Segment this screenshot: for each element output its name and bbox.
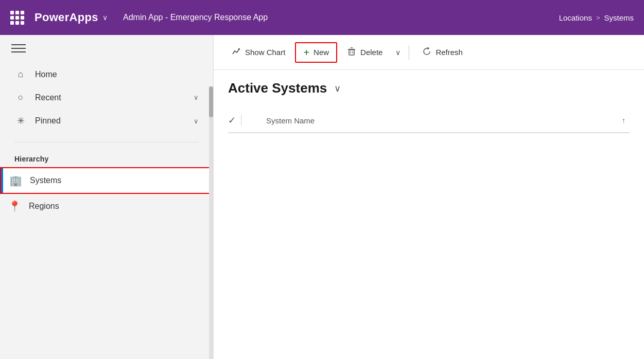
sidebar-item-regions[interactable]: 📍 Regions [0,194,213,219]
refresh-icon [422,47,431,58]
show-chart-icon [232,47,241,58]
sidebar: ⌂ Home ○ Recent ∨ ✳ Pinned ∨ Hierarchy 🏢… [0,35,214,359]
regions-icon: 📍 [7,200,22,212]
top-bar: PowerApps ∨ Admin App - Emergency Respon… [0,0,644,35]
toolbar-separator [409,45,409,60]
breadcrumb: Locations > Systems [559,13,634,22]
waffle-icon[interactable] [10,11,24,25]
hamburger-menu[interactable] [11,44,26,52]
table-header: ✓ System Name ↑ [228,109,630,133]
delete-icon [347,47,356,58]
sort-icon[interactable]: ↑ [622,116,625,124]
sidebar-item-pinned[interactable]: ✳ Pinned ∨ [0,109,213,133]
refresh-button[interactable]: Refresh [414,42,471,63]
delete-button[interactable]: Delete [339,42,390,63]
pinned-chevron: ∨ [194,117,199,125]
logo-chevron[interactable]: ∨ [102,13,108,22]
pinned-icon: ✳ [14,115,27,127]
new-label: New [314,48,329,57]
refresh-label: Refresh [436,48,463,57]
show-chart-label: Show Chart [245,48,285,57]
new-button[interactable]: + New [295,42,337,63]
recent-chevron: ∨ [194,94,199,101]
new-icon: + [303,47,309,58]
sidebar-scrollbar[interactable] [209,86,213,359]
home-label: Home [35,70,199,79]
system-name-column-header[interactable]: System Name [266,116,615,125]
app-name: Admin App - Emergency Response App [123,13,549,22]
toolbar: Show Chart + New Delete [214,35,644,70]
breadcrumb-locations[interactable]: Locations [559,13,592,22]
powerapps-logo-text: PowerApps [34,11,98,24]
show-chart-button[interactable]: Show Chart [224,42,293,63]
view-title: Active Systems ∨ [228,80,630,96]
recent-label: Recent [35,93,185,102]
recent-icon: ○ [14,92,27,103]
sidebar-top [0,35,213,58]
delete-dropdown-button[interactable]: ∨ [392,44,404,61]
table-check-column: ✓ [228,115,259,126]
home-icon: ⌂ [14,69,27,80]
breadcrumb-separator: > [596,14,600,22]
col-separator [241,115,241,125]
sidebar-nav: ⌂ Home ○ Recent ∨ ✳ Pinned ∨ [0,58,213,138]
systems-label: Systems [30,176,201,185]
view-title-chevron[interactable]: ∨ [334,83,341,94]
main-layout: ⌂ Home ○ Recent ∨ ✳ Pinned ∨ Hierarchy 🏢… [0,35,644,359]
delete-dropdown-chevron: ∨ [395,48,401,57]
sidebar-item-systems[interactable]: 🏢 Systems [0,167,213,194]
sidebar-scrollbar-thumb [209,86,213,117]
content-body: Active Systems ∨ ✓ System Name ↑ [214,70,644,359]
view-title-text: Active Systems [228,80,327,96]
pinned-label: Pinned [35,116,185,125]
systems-icon: 🏢 [8,174,23,187]
regions-label: Regions [29,202,202,211]
hierarchy-section-title: Hierarchy [0,147,213,167]
svg-rect-0 [349,50,354,55]
content-area: Show Chart + New Delete [214,35,644,359]
check-icon[interactable]: ✓ [228,115,236,126]
sidebar-item-recent[interactable]: ○ Recent ∨ [0,86,213,109]
sidebar-divider [14,142,199,142]
sidebar-item-home[interactable]: ⌂ Home [0,63,213,86]
active-bar [1,168,3,193]
delete-label: Delete [360,48,382,57]
breadcrumb-systems[interactable]: Systems [604,13,634,22]
powerapps-logo[interactable]: PowerApps ∨ [34,11,108,24]
